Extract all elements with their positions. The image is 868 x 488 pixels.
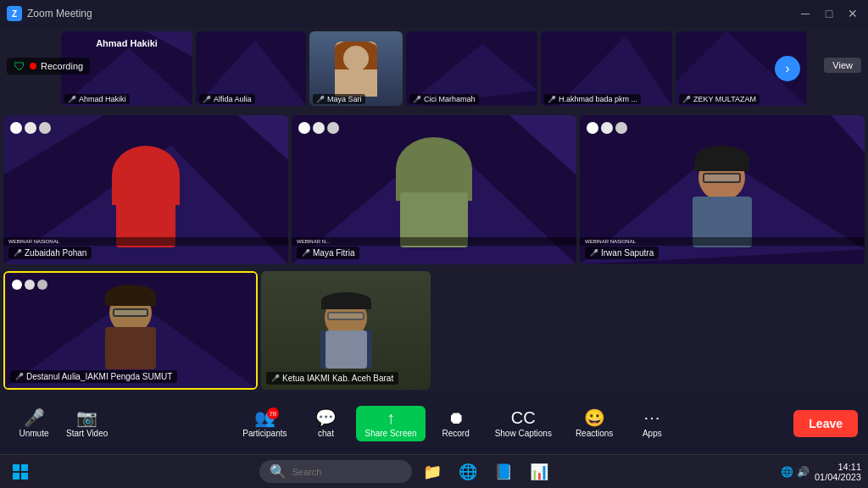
name-tag: H.akhmad bada pkm ...	[544, 94, 641, 104]
unmute-button[interactable]: 🎤 Unmute	[10, 406, 58, 441]
record-label: Record	[442, 429, 470, 438]
svg-marker-20	[831, 115, 865, 152]
reactions-icon: 😀	[584, 409, 605, 426]
volume-icon: 🔊	[797, 466, 810, 478]
record-button[interactable]: ⏺ Record	[432, 406, 480, 441]
svg-rect-23	[13, 464, 19, 471]
taskbar-app-chrome[interactable]: 🌐	[453, 457, 483, 487]
clock-date: 01/04/2023	[815, 472, 861, 482]
chat-label: chat	[318, 429, 334, 438]
start-video-button[interactable]: 📷 Start Video	[58, 406, 116, 441]
reactions-label: Reactions	[576, 429, 613, 438]
cell-name-tag: Irwan Saputra	[585, 247, 659, 259]
cell-name-tag: Ketua IAKMI Kab. Aceh Barat	[266, 372, 398, 385]
apps-icon: ⋯	[643, 409, 660, 426]
top-participant-cici-marhamah[interactable]: Cici Marhamah	[406, 31, 537, 106]
svg-rect-26	[21, 473, 28, 480]
search-bar[interactable]: 🔍	[259, 460, 412, 483]
microphone-muted-icon: 🎤	[24, 409, 45, 426]
network-icon: 🌐	[781, 466, 793, 478]
logo-overlay	[12, 280, 47, 290]
svg-rect-25	[13, 473, 19, 480]
leave-button[interactable]: Leave	[793, 410, 858, 437]
unmute-label: Unmute	[19, 429, 48, 438]
participants-button[interactable]: 👥 78 Participants	[234, 406, 295, 441]
participants-icon-wrap: 👥 78	[254, 409, 275, 426]
recording-label: Recording	[41, 61, 83, 71]
taskbar: 🔍 📁 🌐 📘 📊 🌐 🔊 14:11 01/04/2023	[0, 454, 868, 488]
share-screen-icon: ↑	[387, 409, 395, 426]
recording-badge: 🛡 Recording	[7, 58, 90, 75]
titlebar: Z Zoom Meeting ─ □ ✕	[0, 0, 868, 27]
recording-dot	[30, 63, 36, 69]
search-input[interactable]	[292, 467, 402, 477]
taskbar-app-word[interactable]: 📘	[488, 457, 519, 487]
name-tag: Cici Marhamah	[409, 94, 479, 104]
titlebar-controls: ─ □ ✕	[797, 7, 861, 20]
bottom-cell-ketua[interactable]: Ketua IAKMI Kab. Aceh Barat	[261, 271, 431, 390]
record-icon: ⏺	[448, 409, 465, 426]
search-icon: 🔍	[270, 463, 287, 480]
chat-button[interactable]: 💬 chat	[302, 406, 349, 441]
clock: 14:11 01/04/2023	[815, 462, 861, 482]
captions-label: Show Captions	[495, 429, 552, 438]
top-participants-row: Ahmad Hakiki Ahmad Hakiki Alfida Aulia	[0, 30, 868, 107]
titlebar-left: Z Zoom Meeting	[7, 6, 92, 21]
top-participant-alfida-aulia[interactable]: Alfida Aulia	[196, 31, 306, 106]
svg-rect-24	[21, 464, 28, 471]
windows-start-button[interactable]	[7, 458, 34, 485]
top-participant-zeky[interactable]: ZEKY MULTAZAM ›	[676, 31, 807, 106]
taskbar-app-explorer[interactable]: 📁	[417, 457, 448, 487]
svg-marker-13	[238, 115, 288, 160]
captions-icon: CC	[511, 409, 536, 426]
participants-label: Participants	[242, 429, 287, 438]
webinar-overlay: WEBINAR N...	[292, 237, 576, 246]
name-tag: Alfida Aulia	[199, 94, 255, 104]
taskbar-left	[7, 458, 34, 485]
view-button[interactable]: View	[824, 58, 861, 73]
system-tray: 🌐 🔊	[781, 466, 810, 478]
bottom-cell-destanul[interactable]: Destanul Aulia_IAKMI Pengda SUMUT	[3, 271, 258, 390]
share-screen-button[interactable]: ↑ Share Screen	[356, 406, 425, 441]
logo-overlay	[10, 122, 51, 134]
chat-icon: 💬	[315, 409, 337, 426]
svg-marker-17	[509, 115, 576, 175]
taskbar-app-powerpoint[interactable]: 📊	[524, 457, 554, 487]
minimize-button[interactable]: ─	[797, 7, 814, 20]
name-tag: ZEKY MULTAZAM	[679, 94, 760, 104]
cell-name-tag: Destanul Aulia_IAKMI Pengda SUMUT	[10, 370, 177, 383]
meeting-area: 🛡 Recording View Ahmad Hakiki Ahmad Haki…	[0, 27, 868, 393]
name-tag: Maya Sari	[313, 94, 365, 104]
video-cell-irwan[interactable]: WEBINAR NASIONAL Irwan Saputra	[580, 115, 865, 264]
participants-badge: 78	[267, 408, 279, 419]
webinar-overlay: WEBINAR NASIONAL	[3, 237, 288, 246]
show-captions-button[interactable]: CC Show Captions	[487, 406, 560, 441]
apps-label: Apps	[643, 429, 662, 438]
taskbar-right: 🌐 🔊 14:11 01/04/2023	[781, 462, 861, 482]
video-cell-maya-fitria[interactable]: WEBINAR N... Maya Fitria	[292, 115, 576, 264]
camera-off-icon: 📷	[76, 409, 97, 426]
share-label: Share Screen	[364, 429, 416, 438]
close-button[interactable]: ✕	[844, 7, 861, 20]
zoom-app-icon: Z	[7, 6, 22, 21]
apps-button[interactable]: ⋯ Apps	[628, 406, 676, 441]
toolbar: 🎤 Unmute 📷 Start Video 👥 78 Participants…	[0, 393, 868, 454]
top-participant-hakhmad[interactable]: H.akhmad bada pkm ...	[541, 31, 672, 106]
reactions-button[interactable]: 😀 Reactions	[567, 406, 621, 441]
top-participant-maya-sari[interactable]: Maya Sari	[309, 31, 403, 106]
logo-overlay	[298, 122, 339, 134]
windows-logo-icon	[13, 464, 28, 480]
shield-icon: 🛡	[14, 59, 25, 73]
video-cell-zubaidah[interactable]: WEBINAR NASIONAL Zubaidah Pohan	[3, 115, 288, 264]
cell-name-tag: Zubaidah Pohan	[8, 247, 92, 259]
clock-time: 14:11	[815, 462, 861, 472]
maximize-button[interactable]: □	[821, 7, 837, 20]
webinar-overlay: WEBINAR NASIONAL	[580, 237, 865, 246]
taskbar-center: 🔍 📁 🌐 📘 📊	[34, 457, 781, 487]
toolbar-center: 👥 78 Participants 💬 chat ↑ Share Screen …	[116, 406, 793, 441]
video-label: Start Video	[66, 429, 108, 438]
titlebar-title: Zoom Meeting	[27, 8, 92, 19]
main-video-grid: WEBINAR NASIONAL Zubaidah Pohan	[0, 112, 868, 268]
name-tag: Ahmad Hakiki	[64, 94, 130, 104]
next-participant-button[interactable]: ›	[775, 56, 800, 81]
